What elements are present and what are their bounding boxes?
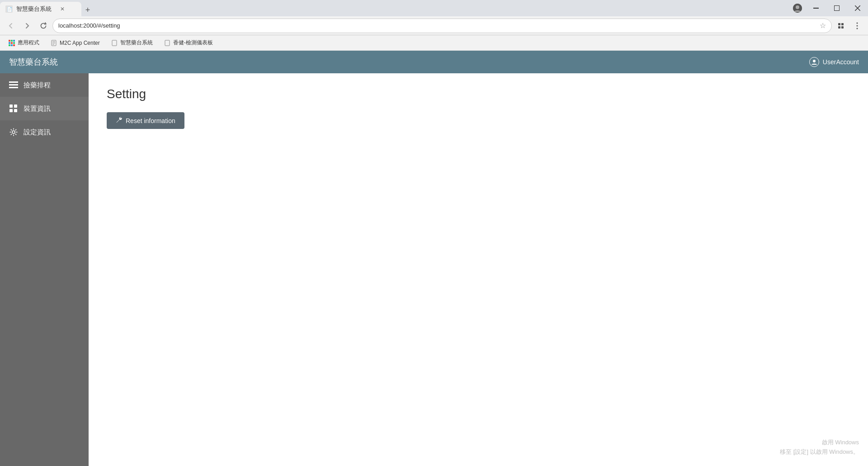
- sidebar-item-device-label: 裝置資訊: [24, 105, 51, 113]
- tab-favicon: 📄: [5, 5, 13, 13]
- reset-button-label: Reset information: [126, 117, 175, 124]
- svg-rect-5: [835, 6, 840, 11]
- user-account-label: UserAccount: [823, 58, 859, 66]
- svg-rect-23: [13, 44, 15, 46]
- bookmarks-bar: 應用程式 M2C App Center 智慧藥台系統 香健-檢測儀表板: [0, 35, 868, 51]
- health-doc-icon: [164, 39, 171, 47]
- svg-rect-17: [13, 40, 15, 42]
- svg-rect-16: [11, 40, 13, 42]
- bookmark-smart-cabinet[interactable]: 智慧藥台系統: [107, 37, 156, 48]
- extensions-button[interactable]: [834, 19, 848, 33]
- bookmark-health-label: 香健-檢測儀表板: [173, 39, 213, 47]
- watermark-line1: 啟用 Windows: [780, 438, 859, 447]
- svg-text:📄: 📄: [7, 6, 13, 12]
- main-content: Setting Reset information: [89, 73, 868, 466]
- back-button[interactable]: [4, 19, 18, 33]
- app-body: 撿藥排程 裝置資訊 設定資訊 Setting: [0, 73, 868, 466]
- m2c-doc-icon: [50, 39, 57, 47]
- svg-rect-35: [14, 105, 17, 108]
- bookmark-m2c[interactable]: M2C App Center: [47, 38, 104, 48]
- new-tab-button[interactable]: +: [81, 4, 94, 16]
- svg-rect-15: [9, 40, 10, 42]
- browser-menu-button[interactable]: [850, 19, 864, 33]
- svg-rect-20: [13, 42, 15, 44]
- sidebar-item-dispense-label: 撿藥排程: [24, 81, 51, 90]
- active-tab[interactable]: 📄 智慧藥台系統 ✕: [0, 2, 81, 16]
- page-title: Setting: [107, 87, 850, 101]
- maximize-button[interactable]: [826, 0, 847, 16]
- sidebar-item-dispense-schedule[interactable]: 撿藥排程: [0, 73, 89, 97]
- app-header: 智慧藥台系統 UserAccount: [0, 51, 868, 73]
- tab-close-button[interactable]: ✕: [59, 5, 66, 13]
- app-title: 智慧藥台系統: [9, 57, 58, 67]
- tab-title: 智慧藥台系統: [16, 5, 52, 13]
- reset-information-button[interactable]: Reset information: [107, 112, 184, 129]
- svg-rect-18: [9, 42, 10, 44]
- bookmark-star-icon[interactable]: ☆: [820, 21, 826, 30]
- svg-point-3: [796, 5, 799, 9]
- sidebar: 撿藥排程 裝置資訊 設定資訊: [0, 73, 89, 466]
- svg-rect-33: [9, 87, 18, 88]
- svg-rect-22: [11, 44, 13, 46]
- profile-button[interactable]: [789, 0, 806, 16]
- profile-icon: [793, 4, 802, 13]
- svg-rect-28: [112, 40, 117, 46]
- svg-rect-31: [9, 81, 18, 83]
- apps-grid-icon: [8, 39, 15, 47]
- svg-rect-10: [838, 26, 840, 29]
- svg-rect-11: [841, 26, 844, 29]
- svg-point-13: [857, 25, 858, 26]
- bookmark-apps[interactable]: 應用程式: [5, 37, 43, 48]
- tab-bar: 📄 智慧藥台系統 ✕ +: [0, 0, 789, 16]
- user-account-area[interactable]: UserAccount: [809, 57, 859, 67]
- url-display: localhost:2000/#/setting: [58, 22, 820, 29]
- sidebar-item-settings[interactable]: 設定資訊: [0, 120, 89, 144]
- gear-icon: [9, 128, 18, 137]
- bookmark-smart-cabinet-label: 智慧藥台系統: [120, 39, 153, 47]
- title-bar: 📄 智慧藥台系統 ✕ +: [0, 0, 868, 16]
- bookmark-apps-label: 應用程式: [18, 39, 39, 47]
- svg-rect-4: [813, 8, 819, 9]
- window-controls: [806, 0, 868, 16]
- bookmark-health-dashboard[interactable]: 香健-檢測儀表板: [160, 37, 217, 48]
- grid-icon: [9, 104, 18, 113]
- svg-rect-36: [9, 109, 13, 112]
- minimize-button[interactable]: [806, 0, 826, 16]
- svg-rect-9: [841, 23, 844, 25]
- address-bar[interactable]: localhost:2000/#/setting ☆: [52, 19, 832, 33]
- browser-frame: 📄 智慧藥台系統 ✕ +: [0, 0, 868, 466]
- windows-watermark: 啟用 Windows 移至 [設定] 以啟用 Windows。: [780, 438, 859, 457]
- close-button[interactable]: [847, 0, 868, 16]
- svg-rect-21: [9, 44, 10, 46]
- sidebar-item-settings-label: 設定資訊: [24, 128, 51, 137]
- wrench-icon: [116, 117, 122, 124]
- svg-point-30: [813, 60, 816, 62]
- svg-rect-8: [838, 23, 840, 25]
- svg-point-12: [857, 22, 858, 24]
- refresh-button[interactable]: [36, 19, 51, 33]
- smart-cabinet-doc-icon: [111, 39, 118, 47]
- list-icon: [9, 81, 18, 90]
- navigation-bar: localhost:2000/#/setting ☆: [0, 16, 868, 35]
- watermark-line2: 移至 [設定] 以啟用 Windows。: [780, 447, 859, 457]
- svg-rect-34: [9, 105, 13, 108]
- forward-button[interactable]: [20, 19, 34, 33]
- app-container: 智慧藥台系統 UserAccount 撿藥排程: [0, 51, 868, 466]
- sidebar-item-device-info[interactable]: 裝置資訊: [0, 97, 89, 120]
- svg-rect-29: [165, 40, 170, 46]
- svg-point-14: [857, 28, 858, 29]
- svg-rect-19: [11, 42, 13, 44]
- svg-rect-37: [14, 109, 17, 112]
- svg-point-38: [12, 131, 15, 133]
- bookmark-m2c-label: M2C App Center: [60, 40, 100, 46]
- svg-rect-32: [9, 84, 18, 86]
- user-icon: [809, 57, 819, 67]
